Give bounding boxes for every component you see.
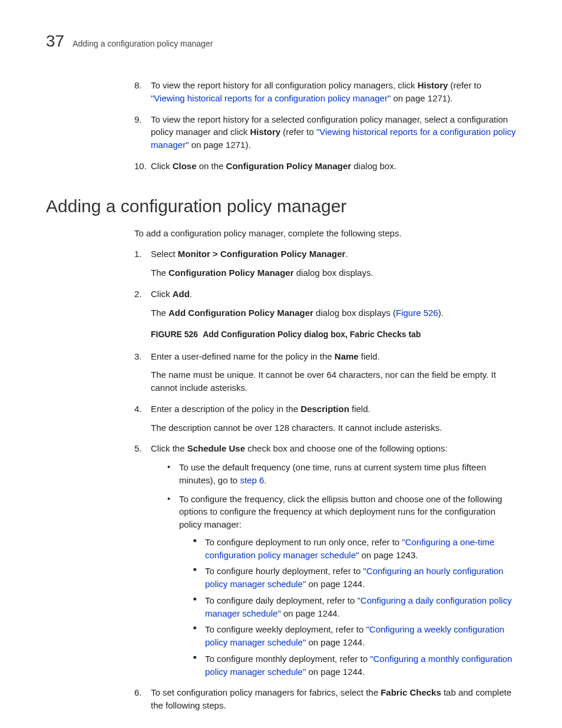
text: The — [151, 268, 168, 278]
dialog-name: Add Configuration Policy Manager — [168, 308, 313, 318]
text: . — [345, 249, 348, 259]
text: Click — [151, 289, 173, 299]
step-4: 4. Enter a description of the policy in … — [134, 403, 516, 434]
description-field: Description — [300, 404, 349, 414]
text: Click the — [151, 443, 187, 453]
text: on page 1244. — [281, 608, 340, 618]
step-number: 3. — [134, 350, 142, 363]
text: on page 1243. — [359, 550, 418, 560]
link-figure-526[interactable]: Figure 526 — [396, 308, 438, 318]
step-6: 6. To set configuration policy managers … — [134, 686, 516, 712]
history-label: History — [250, 127, 280, 137]
option-list: To use the default frequency (one time, … — [167, 461, 516, 678]
add-label: Add — [173, 289, 190, 299]
text: on page 1271). — [391, 93, 452, 103]
text: To configure weekly deployment, refer to — [205, 624, 366, 634]
sub-option-list: To configure deployment to run only once… — [193, 536, 516, 678]
step-number: 1. — [134, 248, 142, 261]
name-field: Name — [335, 351, 359, 361]
text: field. — [349, 404, 371, 414]
page: 37 Adding a configuration policy manager… — [0, 0, 562, 728]
section-heading: Adding a configuration policy manager — [46, 196, 516, 216]
text: dialog box displays ( — [313, 308, 396, 318]
list-item: To use the default frequency (one time, … — [167, 461, 516, 487]
fabric-checks-tab: Fabric Checks — [381, 687, 441, 697]
step-3: 3. Enter a user-defined name for the pol… — [134, 350, 516, 394]
text: To use the default frequency (one time, … — [179, 462, 486, 485]
text: on the — [197, 161, 226, 171]
schedule-use-label: Schedule Use — [187, 443, 245, 453]
link-viewing-historical-reports[interactable]: "Viewing historical reports for a config… — [151, 93, 391, 103]
step-2: 2. Click Add. The Add Configuration Poli… — [134, 288, 516, 341]
running-title: Adding a configuration policy manager — [72, 39, 213, 48]
content: 8. To view the report history for all co… — [46, 79, 516, 712]
step-1: 1. Select Monitor > Configuration Policy… — [134, 248, 516, 279]
link-step-6[interactable]: step 6 — [240, 475, 264, 485]
text: . — [190, 289, 192, 299]
menu-path: Monitor > Configuration Policy Manager — [178, 249, 346, 259]
intro-paragraph: To add a configuration policy manager, c… — [134, 227, 516, 240]
procedure-steps: 1. Select Monitor > Configuration Policy… — [134, 248, 516, 712]
list-item: To configure the frequency, click the el… — [167, 493, 516, 678]
list-item: To configure hourly deployment, refer to… — [193, 565, 516, 591]
text: on page 1244. — [306, 579, 365, 589]
text: Select — [151, 249, 178, 259]
text: . — [264, 475, 266, 485]
figure-caption: FIGURE 526Add Configuration Policy dialo… — [151, 328, 516, 340]
dialog-name: Configuration Policy Manager — [226, 161, 352, 171]
list-item: To configure deployment to run only once… — [193, 536, 516, 562]
text: To configure hourly deployment, refer to — [205, 566, 363, 576]
step-note: The Configuration Policy Manager dialog … — [151, 266, 516, 279]
text: on page 1244. — [306, 667, 365, 677]
step-number: 2. — [134, 288, 142, 301]
step-10: 10. Click Close on the Configuration Pol… — [134, 160, 516, 173]
text: The — [151, 308, 168, 318]
text: Click — [151, 161, 173, 171]
text: To configure monthly deployment, refer t… — [205, 654, 370, 664]
text: check box and choose one of the followin… — [245, 443, 448, 453]
figure-title: Add Configuration Policy dialog box, Fab… — [203, 330, 421, 339]
step-note: The description cannot be over 128 chara… — [151, 421, 516, 434]
text: (refer to — [448, 80, 481, 90]
close-label: Close — [173, 161, 197, 171]
dialog-name: Configuration Policy Manager — [168, 268, 294, 278]
text: on page 1244. — [306, 637, 365, 647]
text: To view the report history for all confi… — [151, 80, 418, 90]
text: ). — [438, 308, 444, 318]
text: To set configuration policy managers for… — [151, 687, 381, 697]
step-number: 5. — [134, 442, 142, 455]
list-item: To configure monthly deployment, refer t… — [193, 653, 516, 678]
step-note: The Add Configuration Policy Manager dia… — [151, 307, 516, 319]
list-item: To configure weekly deployment, refer to… — [193, 623, 516, 649]
text: Enter a user-defined name for the policy… — [151, 351, 335, 361]
text: on page 1271). — [189, 140, 251, 150]
step-number: 9. — [134, 113, 142, 126]
step-number: 6. — [134, 686, 142, 699]
chapter-number: 37 — [46, 32, 64, 51]
continued-steps: 8. To view the report history for all co… — [134, 79, 516, 173]
text: To configure the frequency, click the el… — [179, 494, 502, 530]
text: To configure deployment to run only once… — [205, 537, 402, 547]
text: To configure daily deployment, refer to — [205, 595, 357, 605]
step-number: 10. — [134, 160, 147, 173]
history-label: History — [418, 80, 448, 90]
step-number: 8. — [134, 79, 142, 92]
page-header: 37 Adding a configuration policy manager — [46, 32, 516, 51]
text: dialog box displays. — [294, 268, 373, 278]
figure-label: FIGURE 526 — [151, 330, 198, 339]
text: (refer to — [280, 127, 316, 137]
text: Enter a description of the policy in the — [151, 404, 300, 414]
text: dialog box. — [351, 161, 396, 171]
step-number: 4. — [134, 403, 142, 416]
list-item: To configure daily deployment, refer to … — [193, 594, 516, 620]
step-9: 9. To view the report history for a sele… — [134, 113, 516, 151]
step-8: 8. To view the report history for all co… — [134, 79, 516, 105]
step-note: The name must be unique. It cannot be ov… — [151, 368, 516, 394]
step-5: 5. Click the Schedule Use check box and … — [134, 442, 516, 678]
text: field. — [359, 351, 380, 361]
